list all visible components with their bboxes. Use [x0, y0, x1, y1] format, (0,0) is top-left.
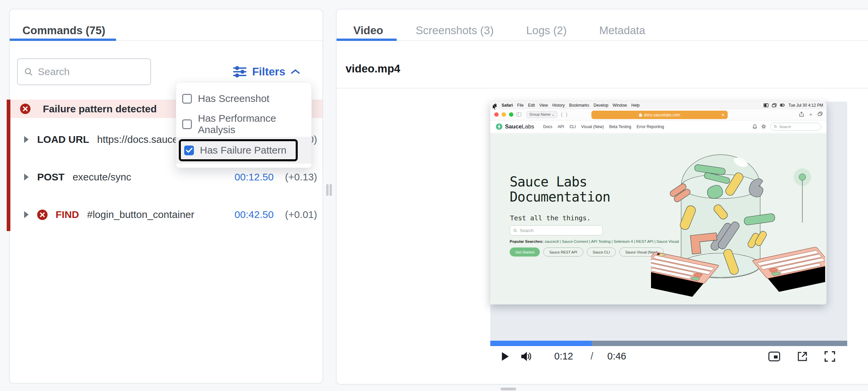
zoom-window-button[interactable]	[509, 112, 514, 117]
site-search[interactable]: Search	[770, 123, 821, 131]
hero-title: Sauce Labs Documentation	[510, 174, 610, 204]
stop-loading-icon[interactable]: ✕	[721, 113, 725, 117]
display-icon[interactable]	[764, 103, 769, 107]
menubar-item-edit[interactable]: Edit	[528, 103, 535, 108]
tab-overview-icon[interactable]	[818, 112, 823, 118]
filter-option-has-failure-pattern[interactable]: Has Failure Pattern	[176, 137, 311, 164]
address-bar[interactable]: docs.saucelabs.com ✕	[591, 111, 728, 119]
commands-tabbar: Commands (75)	[10, 9, 322, 41]
menubar-app-name[interactable]: Safari	[502, 103, 513, 108]
filter-sliders-icon	[232, 65, 247, 79]
command-value: execute/sync	[73, 171, 131, 183]
rest-api-button[interactable]: Sauce REST API	[543, 248, 583, 256]
volume-button[interactable]	[521, 352, 532, 362]
sidebar-icon[interactable]	[516, 112, 521, 117]
filters-dropdown: Has Screenshot Has Performance Analysis …	[176, 82, 312, 168]
menubar-item-view[interactable]: View	[539, 103, 548, 108]
filters-label: Filters	[252, 65, 285, 78]
checkbox-unchecked[interactable]	[182, 119, 192, 129]
site-nav-visual[interactable]: Visual (New)	[581, 124, 604, 129]
tab-metadata[interactable]: Metadata	[599, 24, 645, 37]
safari-toolbar: Group Name ⌄ ⟨ ⟩ docs.saucelabs.com ✕ ＋	[490, 109, 827, 120]
video-file-name: video.mp4	[346, 62, 400, 75]
menubar-item-file[interactable]: File	[517, 103, 523, 108]
current-time: 0:12	[554, 351, 573, 362]
failure-banner-text: Failure pattern detected	[43, 103, 157, 115]
open-in-new-window-button[interactable]	[797, 351, 808, 362]
site-nav-error-reporting[interactable]: Error Reporting	[637, 124, 664, 129]
site-nav-docs[interactable]: Docs	[543, 124, 552, 129]
focus-ring: Has Failure Pattern	[179, 139, 298, 161]
command-name: LOAD URL	[37, 134, 89, 145]
tab-group-button[interactable]: Group Name ⌄	[526, 111, 558, 118]
tab-commands[interactable]: Commands (75)	[23, 24, 105, 37]
expand-chevron-icon[interactable]	[23, 136, 29, 143]
stage-manager-icon[interactable]	[772, 103, 777, 107]
saucelabs-logo[interactable]: SauceLabs	[496, 123, 534, 130]
site-nav-beta[interactable]: Beta Testing	[609, 124, 631, 129]
search-input[interactable]	[38, 66, 144, 78]
error-icon	[37, 210, 48, 220]
command-time: 00:12.50	[235, 171, 274, 183]
menubar-clock[interactable]: Tue Jul 30 4:12 PM	[788, 103, 823, 108]
panel-resize-handle[interactable]	[326, 184, 329, 196]
command-row-post[interactable]: POST execute/sync 00:12.50 (+0.13)	[10, 167, 322, 188]
filter-option-has-performance-analysis[interactable]: Has Performance Analysis	[176, 111, 311, 137]
video-progress-bar[interactable]	[490, 341, 847, 346]
checkbox-checked[interactable]	[184, 145, 194, 155]
hero-buttons: Get Started Sauce REST API Sauce CLI Sau…	[510, 248, 664, 256]
tab-logs[interactable]: Logs (2)	[526, 24, 567, 37]
fullscreen-button[interactable]	[825, 351, 835, 362]
command-name: POST	[37, 171, 65, 183]
site-nav-cli[interactable]: CLI	[569, 124, 576, 129]
theme-toggle-icon[interactable]	[761, 124, 766, 129]
share-icon[interactable]	[799, 112, 804, 118]
address-url: docs.saucelabs.com	[644, 113, 680, 117]
commands-search[interactable]	[17, 58, 151, 85]
time-separator: /	[590, 351, 593, 362]
get-started-button[interactable]: Get Started	[510, 248, 540, 256]
notifications-bell-icon[interactable]	[752, 124, 757, 129]
docs-search[interactable]: Search	[510, 225, 603, 235]
back-button[interactable]: ⟨	[561, 112, 563, 118]
panel-resize-handle[interactable]	[330, 184, 332, 196]
video-frame: Safari File Edit View History Bookmarks …	[490, 102, 827, 305]
video-progress-fill	[490, 341, 592, 346]
menubar-item-help[interactable]: Help	[631, 103, 640, 108]
tab-screenshots[interactable]: Screenshots (3)	[415, 24, 494, 37]
close-window-button[interactable]	[494, 112, 499, 117]
asset-tabbar: Video Screenshots (3) Logs (2) Metadata	[337, 9, 868, 41]
battery-icon[interactable]	[780, 103, 785, 107]
menubar-item-window[interactable]: Window	[613, 103, 627, 108]
play-button[interactable]	[501, 352, 509, 361]
minimize-window-button[interactable]	[502, 112, 506, 117]
new-tab-icon[interactable]: ＋	[808, 112, 813, 118]
cli-button[interactable]: Sauce CLI	[587, 248, 616, 256]
picture-in-picture-button[interactable]	[768, 352, 780, 362]
search-icon	[24, 67, 33, 77]
site-nav-api[interactable]: API	[558, 124, 564, 129]
checkbox-unchecked[interactable]	[182, 94, 192, 104]
video-player[interactable]: Safari File Edit View History Bookmarks …	[490, 102, 847, 366]
expand-chevron-icon[interactable]	[23, 173, 29, 181]
command-row-find[interactable]: FIND #login_button_container 00:42.50 (+…	[10, 204, 322, 225]
commands-panel: Commands (75) Filters	[9, 9, 323, 384]
failure-section-bar	[7, 100, 10, 231]
horizontal-scrollbar-thumb[interactable]	[501, 388, 516, 390]
forward-button[interactable]: ⟩	[566, 112, 568, 118]
command-time: 00:42.50	[235, 209, 274, 220]
file-header: video.mp4	[337, 41, 868, 88]
menubar-item-history[interactable]: History	[552, 103, 565, 108]
docs-hero: Sauce Labs Documentation Test all the th…	[490, 134, 827, 305]
error-icon	[20, 104, 30, 114]
filters-button[interactable]: Filters	[232, 63, 300, 81]
mouse-cursor	[492, 104, 497, 110]
command-value: #login_button_container	[87, 209, 194, 220]
total-time: 0:46	[608, 351, 626, 362]
tab-video[interactable]: Video	[353, 24, 383, 37]
menubar-item-bookmarks[interactable]: Bookmarks	[569, 103, 589, 108]
macos-menubar: Safari File Edit View History Bookmarks …	[490, 102, 827, 109]
menubar-item-develop[interactable]: Develop	[594, 103, 609, 108]
expand-chevron-icon[interactable]	[23, 211, 29, 219]
filter-option-has-screenshot[interactable]: Has Screenshot	[176, 86, 311, 111]
